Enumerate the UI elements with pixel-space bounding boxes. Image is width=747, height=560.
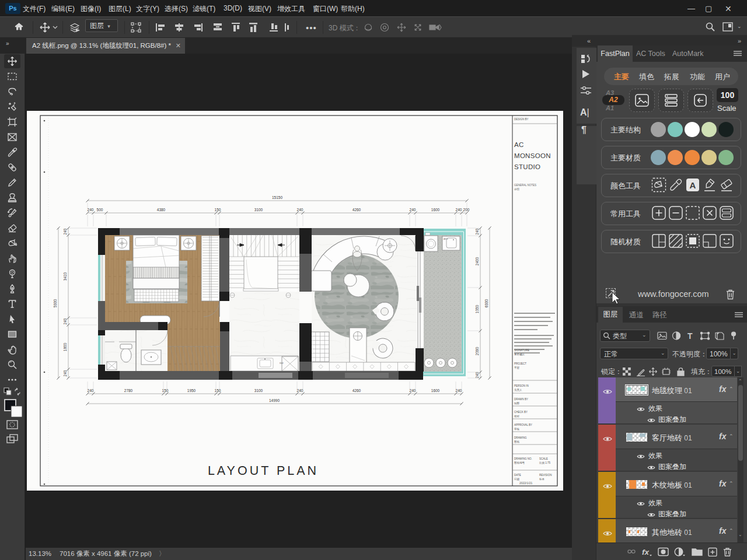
svg-text:说明: 说明 bbox=[514, 188, 519, 191]
svg-text:日期: 日期 bbox=[514, 478, 520, 481]
svg-text:REVISION: REVISION bbox=[539, 474, 552, 477]
svg-text:4260: 4260 bbox=[352, 208, 361, 212]
svg-text:校对: 校对 bbox=[514, 415, 520, 418]
svg-text:6930: 6930 bbox=[484, 299, 488, 307]
svg-text:4260: 4260 bbox=[352, 388, 361, 393]
svg-text:DRAWING NO.: DRAWING NO. bbox=[514, 457, 532, 460]
svg-text:DESIGN BY: DESIGN BY bbox=[514, 118, 529, 121]
svg-text:1050: 1050 bbox=[475, 304, 479, 313]
svg-text:1600: 1600 bbox=[431, 208, 440, 212]
svg-text:fx: fx bbox=[642, 548, 649, 556]
svg-text:240: 240 bbox=[475, 372, 479, 378]
svg-text:CHECK BY: CHECK BY bbox=[514, 411, 528, 414]
svg-text:PERSON IN: PERSON IN bbox=[514, 384, 529, 387]
svg-text:DRAWING: DRAWING bbox=[514, 436, 527, 439]
svg-text:GENERAL NOTES: GENERAL NOTES bbox=[514, 184, 536, 187]
svg-text:审核: 审核 bbox=[514, 428, 520, 430]
svg-text:平层: 平层 bbox=[514, 366, 520, 369]
svg-text:150: 150 bbox=[162, 388, 169, 393]
svg-text:500: 500 bbox=[97, 208, 103, 212]
svg-text:3410: 3410 bbox=[63, 272, 67, 281]
svg-text:240: 240 bbox=[456, 208, 462, 212]
svg-text:图纸编号: 图纸编号 bbox=[514, 461, 525, 464]
svg-text:AC: AC bbox=[514, 141, 524, 148]
svg-text:15150: 15150 bbox=[272, 195, 282, 200]
svg-text:2780: 2780 bbox=[124, 388, 133, 393]
svg-text:STUDIO: STUDIO bbox=[514, 163, 540, 170]
svg-text:240: 240 bbox=[410, 208, 416, 212]
svg-text:DATE: DATE bbox=[514, 474, 521, 477]
svg-text:240: 240 bbox=[63, 370, 67, 376]
svg-text:3100: 3100 bbox=[254, 388, 263, 393]
svg-text:LAYOUT PLAN: LAYOUT PLAN bbox=[208, 464, 319, 478]
svg-text:SIGNATURE: SIGNATURE bbox=[514, 349, 529, 352]
svg-text:240: 240 bbox=[88, 208, 94, 212]
svg-text:签名确认: 签名确认 bbox=[514, 353, 525, 356]
svg-text:5930: 5930 bbox=[53, 299, 57, 307]
svg-text:2022/1/21: 2022/1/21 bbox=[519, 481, 532, 485]
svg-text:240: 240 bbox=[475, 228, 479, 235]
svg-text:240: 240 bbox=[88, 388, 94, 393]
svg-text:240: 240 bbox=[63, 318, 67, 324]
svg-text:200: 200 bbox=[463, 208, 470, 212]
svg-text:240: 240 bbox=[297, 208, 303, 212]
svg-text:AEG: AEG bbox=[444, 238, 448, 240]
svg-text:制图: 制图 bbox=[514, 402, 519, 405]
svg-text:240: 240 bbox=[63, 228, 67, 235]
svg-text:4380: 4380 bbox=[157, 208, 166, 212]
svg-text:PROJECT: PROJECT bbox=[514, 362, 526, 365]
svg-text:版本: 版本 bbox=[539, 478, 545, 481]
svg-text:SCALE: SCALE bbox=[539, 457, 548, 460]
svg-text:负责人: 负责人 bbox=[514, 388, 522, 391]
svg-text:1600: 1600 bbox=[431, 388, 440, 393]
svg-text:2400: 2400 bbox=[475, 257, 479, 265]
svg-text:REF: REF bbox=[280, 362, 284, 365]
svg-text:240: 240 bbox=[297, 388, 303, 393]
svg-text:240: 240 bbox=[456, 388, 462, 393]
svg-text:1950: 1950 bbox=[187, 388, 196, 393]
svg-text:MONSOON: MONSOON bbox=[514, 152, 551, 159]
svg-text:T: T bbox=[687, 331, 693, 341]
svg-text:2090: 2090 bbox=[475, 346, 479, 355]
svg-text:A: A bbox=[690, 180, 696, 190]
svg-text:240: 240 bbox=[410, 388, 416, 393]
svg-text:150: 150 bbox=[215, 388, 221, 393]
svg-text:图纸: 图纸 bbox=[514, 440, 520, 443]
svg-text:APPROVAL BY: APPROVAL BY bbox=[514, 424, 532, 426]
svg-text:150: 150 bbox=[215, 208, 221, 212]
svg-text:1800: 1800 bbox=[63, 342, 67, 351]
svg-text:DRAWN BY: DRAWN BY bbox=[514, 398, 528, 401]
svg-text:14990: 14990 bbox=[269, 398, 280, 402]
svg-text:3100: 3100 bbox=[254, 208, 263, 212]
